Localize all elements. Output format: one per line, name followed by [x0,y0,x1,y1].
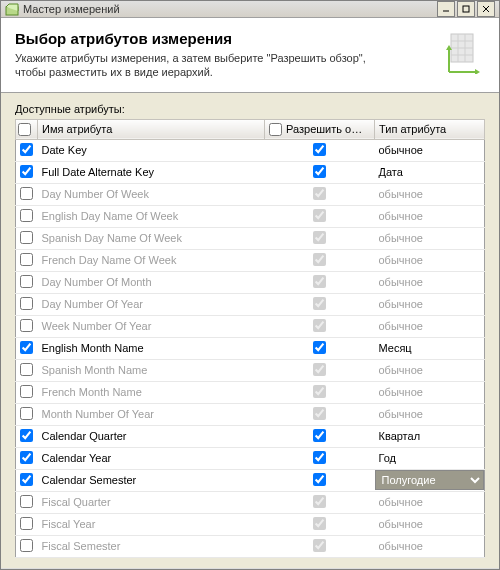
attribute-name-cell[interactable]: Calendar Quarter [38,425,265,447]
browse-checkbox[interactable] [313,451,326,464]
attribute-name-cell[interactable]: Calendar Year [38,447,265,469]
browse-checkbox [313,209,326,222]
row-checkbox[interactable] [20,473,33,486]
row-checkbox[interactable] [20,363,33,376]
attribute-type-cell[interactable]: Год [375,447,485,469]
table-row[interactable]: English Month NameМесяц [16,337,485,359]
row-checkbox[interactable] [20,451,33,464]
row-checkbox[interactable] [20,539,33,552]
attribute-name-cell[interactable]: Day Number Of Month [38,271,265,293]
attribute-name-cell[interactable]: Month Number Of Year [38,403,265,425]
wizard-header: Выбор атрибутов измерения Укажите атрибу… [1,18,499,93]
attribute-name-cell[interactable]: Calendar Semester [38,469,265,491]
attribute-type-cell: обычное [375,403,485,425]
attribute-name-cell[interactable]: Full Date Alternate Key [38,161,265,183]
select-all-checkbox[interactable] [18,123,31,136]
table-row[interactable]: Day Number Of Weekобычное [16,183,485,205]
attribute-name-cell[interactable]: English Day Name Of Week [38,205,265,227]
minimize-button[interactable] [437,1,455,17]
table-row[interactable]: Fiscal Yearобычное [16,513,485,535]
row-checkbox[interactable] [20,319,33,332]
table-row[interactable]: French Day Name Of Weekобычное [16,249,485,271]
browse-checkbox[interactable] [313,429,326,442]
attribute-type-cell: обычное [375,205,485,227]
row-checkbox[interactable] [20,253,33,266]
table-row[interactable]: Spanish Day Name Of Weekобычное [16,227,485,249]
attribute-type-cell: Полугодие [375,469,485,491]
table-row[interactable]: Calendar YearГод [16,447,485,469]
browse-checkbox [313,187,326,200]
browse-checkbox[interactable] [313,341,326,354]
attribute-name-cell[interactable]: English Month Name [38,337,265,359]
table-row[interactable]: Calendar QuarterКвартал [16,425,485,447]
attribute-type-cell: обычное [375,359,485,381]
attribute-name-cell[interactable]: Date Key [38,139,265,161]
row-checkbox[interactable] [20,143,33,156]
attribute-name-cell[interactable]: Day Number Of Week [38,183,265,205]
table-row[interactable]: Fiscal Quarterобычное [16,491,485,513]
browse-checkbox [313,319,326,332]
attribute-type-cell[interactable]: Дата [375,161,485,183]
table-row[interactable]: Spanish Month Nameобычное [16,359,485,381]
column-browse-header[interactable]: Разрешить о… [265,119,375,139]
browse-checkbox[interactable] [313,165,326,178]
attribute-name-cell[interactable]: Day Number Of Year [38,293,265,315]
attribute-type-cell: обычное [375,293,485,315]
attribute-name-cell[interactable]: Week Number Of Year [38,315,265,337]
attribute-name-cell[interactable]: Fiscal Year [38,513,265,535]
table-row[interactable]: French Month Nameобычное [16,381,485,403]
browse-checkbox [313,275,326,288]
attribute-name-cell[interactable]: Spanish Month Name [38,359,265,381]
attribute-name-cell[interactable]: Spanish Day Name Of Week [38,227,265,249]
row-checkbox[interactable] [20,495,33,508]
table-row[interactable]: Calendar SemesterПолугодие [16,469,485,491]
row-checkbox[interactable] [20,407,33,420]
browse-checkbox[interactable] [313,473,326,486]
attribute-type-cell: обычное [375,183,485,205]
maximize-button[interactable] [457,1,475,17]
table-row[interactable]: Week Number Of Yearобычное [16,315,485,337]
table-row[interactable]: Fiscal Semesterобычное [16,535,485,557]
row-checkbox[interactable] [20,429,33,442]
table-row[interactable]: Day Number Of Monthобычное [16,271,485,293]
table-row[interactable]: Month Number Of Yearобычное [16,403,485,425]
table-row[interactable]: Date Keyобычное [16,139,485,161]
titlebar-buttons [437,1,495,17]
row-checkbox[interactable] [20,275,33,288]
table-row[interactable]: Full Date Alternate KeyДата [16,161,485,183]
dimension-icon [445,30,485,80]
browse-checkbox [313,253,326,266]
attribute-type-cell[interactable]: обычное [375,139,485,161]
browse-checkbox [313,517,326,530]
column-name-header[interactable]: Имя атрибута [38,119,265,139]
row-checkbox[interactable] [20,231,33,244]
browse-all-checkbox[interactable] [269,123,282,136]
attribute-name-cell[interactable]: Fiscal Semester [38,535,265,557]
row-checkbox[interactable] [20,385,33,398]
attribute-type-cell: обычное [375,513,485,535]
attribute-type-cell[interactable]: Месяц [375,337,485,359]
attribute-type-cell: обычное [375,249,485,271]
svg-marker-14 [475,69,480,74]
row-checkbox[interactable] [20,187,33,200]
close-button[interactable] [477,1,495,17]
row-checkbox[interactable] [20,341,33,354]
attribute-name-cell[interactable]: French Day Name Of Week [38,249,265,271]
attribute-type-cell[interactable]: Квартал [375,425,485,447]
browse-checkbox [313,297,326,310]
attribute-name-cell[interactable]: French Month Name [38,381,265,403]
select-all-header[interactable] [16,119,38,139]
row-checkbox[interactable] [20,165,33,178]
attribute-name-cell[interactable]: Fiscal Quarter [38,491,265,513]
table-row[interactable]: Day Number Of Yearобычное [16,293,485,315]
row-checkbox[interactable] [20,297,33,310]
table-row[interactable]: English Day Name Of Weekобычное [16,205,485,227]
column-type-header[interactable]: Тип атрибута [375,119,485,139]
type-select[interactable]: Полугодие [375,470,485,490]
row-checkbox[interactable] [20,209,33,222]
browse-checkbox[interactable] [313,143,326,156]
svg-rect-2 [463,6,469,12]
content-area: Доступные атрибуты: Имя атрибута Разреши… [1,93,499,568]
titlebar: Мастер измерений [1,1,499,18]
row-checkbox[interactable] [20,517,33,530]
